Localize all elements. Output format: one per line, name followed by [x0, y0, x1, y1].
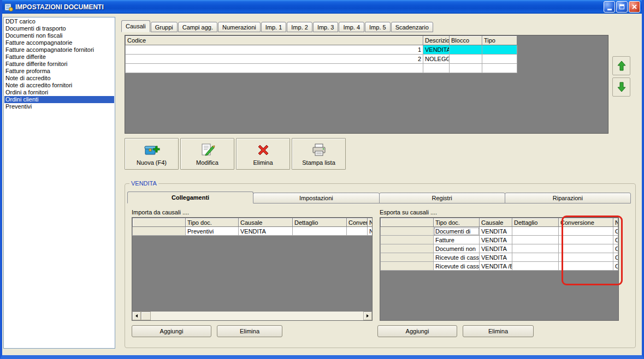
cell-num-serie: Copia n.serie: [613, 244, 618, 253]
app-icon: [4, 3, 13, 11]
column-header: Num.s: [368, 218, 373, 227]
cell-tipo: [482, 45, 517, 55]
inner-tab[interactable]: Collegamenti: [127, 192, 253, 204]
column-header: Tipo: [482, 36, 517, 45]
sidebar-item[interactable]: Documenti di trasporto: [4, 25, 114, 32]
cell-dettaglio: [512, 244, 559, 253]
maximize-icon: [619, 4, 624, 9]
sidebar-item[interactable]: Preventivi: [4, 103, 114, 110]
causali-table: Codice Descrizione causale Blocco Tipo 1…: [125, 35, 517, 73]
tab-bar: Causali Gruppi Campi agg. Numerazioni Im…: [121, 20, 434, 32]
move-down-button[interactable]: [612, 77, 630, 97]
scroll-right-icon: [367, 314, 369, 318]
sidebar-item[interactable]: Fatture differite fornitori: [4, 61, 114, 68]
import-delete-button[interactable]: Elimina: [217, 325, 282, 337]
close-button[interactable]: [629, 1, 640, 13]
sidebar-item[interactable]: Fatture proforma: [4, 68, 114, 75]
cell-dettaglio: [512, 227, 559, 236]
export-section-label: Esporta su causali ....: [380, 209, 437, 216]
delete-button[interactable]: Elimina: [236, 138, 290, 170]
sidebar-item[interactable]: Fatture accompagnatorie: [4, 39, 114, 46]
export-row[interactable]: Ricevute di cassa VENDITA /B Copia n.ser…: [381, 262, 618, 271]
cell-codice: [126, 64, 423, 73]
cell-indicator: [133, 227, 186, 236]
import-add-button[interactable]: Aggiungi: [132, 325, 211, 337]
export-add-button[interactable]: Aggiungi: [377, 325, 457, 337]
scroll-thumb[interactable]: [141, 312, 151, 320]
tab[interactable]: Imp. 5: [365, 22, 391, 32]
tab[interactable]: Imp. 4: [339, 22, 364, 32]
edit-button[interactable]: Modifica: [180, 138, 234, 170]
print-button[interactable]: Stampa lista: [292, 138, 346, 170]
sidebar-item[interactable]: Ordini a fornitori: [4, 89, 114, 96]
column-header: Tipo doc.: [186, 218, 239, 227]
cell-num-serie: Copia n.serie: [613, 253, 618, 262]
scroll-right-button[interactable]: [363, 312, 372, 320]
column-header: Dettaglio: [293, 218, 347, 227]
sidebar-item[interactable]: Fatture differite: [4, 53, 114, 61]
sidebar-item[interactable]: Ordini clienti: [4, 96, 114, 103]
scroll-left-button[interactable]: [132, 312, 141, 320]
cell-conversione: [559, 262, 613, 271]
groupbox-title: VENDITA: [129, 180, 158, 187]
tab[interactable]: Imp. 3: [313, 22, 339, 32]
causali-row[interactable]: 1 VENDITA: [126, 45, 517, 55]
tab[interactable]: Scadenzario: [391, 22, 433, 32]
cell-blocco: [450, 45, 482, 55]
tab[interactable]: Imp. 1: [261, 22, 287, 32]
export-row[interactable]: Ricevute di cassa VENDITA Copia n.serie: [381, 253, 618, 262]
cell-indicator: [381, 253, 434, 262]
tab[interactable]: Imp. 2: [287, 22, 312, 32]
cell-num-serie: Copia n.serie: [613, 236, 618, 244]
inner-tab[interactable]: Impostazioni: [253, 193, 379, 204]
column-header: Conversione: [559, 218, 613, 227]
tab[interactable]: Numerazioni: [218, 22, 261, 32]
column-header: Descrizione causale: [423, 36, 450, 45]
export-delete-button[interactable]: Elimina: [463, 325, 534, 337]
export-row[interactable]: Fatture VENDITA Copia n.serie: [381, 236, 618, 244]
edit-icon: [200, 142, 215, 158]
cell-dettaglio: [293, 227, 347, 236]
inner-tab[interactable]: Riparazioni: [505, 193, 631, 204]
cell-indicator: [381, 244, 434, 253]
cell-causale: VENDITA: [480, 227, 512, 236]
print-button-label: Stampa lista: [302, 159, 335, 166]
cell-conversione: [559, 244, 613, 253]
import-grid-panel: Tipo doc. Causale Dettaglio Conversione …: [132, 217, 373, 321]
vendita-groupbox: VENDITA Collegamenti Impostazioni Regist…: [125, 183, 636, 348]
causali-row[interactable]: [126, 64, 517, 73]
sidebar-item[interactable]: Fatture accompagnatorie fornitori: [4, 46, 114, 53]
tab[interactable]: Campi agg.: [178, 22, 217, 32]
impostazioni-documenti-window: IMPOSTAZIONI DOCUMENTI DDT carico Docume…: [0, 0, 644, 359]
cell-codice: 1: [126, 45, 423, 55]
import-section-label: Importa da causali ....: [132, 209, 189, 216]
cell-causale: VENDITA /B: [480, 262, 512, 271]
cell-tipo-doc: Ricevute di cassa: [434, 253, 480, 262]
cell-conversione: [559, 227, 613, 236]
export-row[interactable]: Documenti di VENDITA Copia n.serie: [381, 227, 618, 236]
cell-causale: VENDITA: [239, 227, 293, 236]
maximize-button[interactable]: [616, 1, 628, 13]
sidebar-item[interactable]: DDT carico: [4, 18, 114, 25]
new-button[interactable]: Nuova (F4): [125, 138, 179, 170]
minimize-button[interactable]: [604, 1, 615, 13]
column-header: Conversione: [347, 218, 368, 227]
import-row[interactable]: Preventivi VENDITA N/C: [133, 227, 373, 236]
move-up-button[interactable]: [612, 56, 630, 75]
titlebar[interactable]: IMPOSTAZIONI DOCUMENTI: [2, 0, 642, 14]
causali-row[interactable]: 2 NOLEGGIO: [126, 55, 517, 64]
export-row[interactable]: Documenti non VENDITA Copia n.serie: [381, 244, 618, 253]
cell-conversione: [347, 227, 368, 236]
document-type-list: DDT carico Documenti di trasporto Docume…: [3, 17, 115, 349]
cell-descrizione: NOLEGGIO: [423, 55, 450, 64]
tab[interactable]: Causali: [121, 20, 150, 32]
horizontal-scrollbar[interactable]: [132, 312, 372, 320]
cell-causale: VENDITA: [480, 236, 512, 244]
sidebar-item[interactable]: Documenti non fiscali: [4, 32, 114, 39]
cell-conversione: [559, 253, 613, 262]
sidebar-item[interactable]: Note di accredito fornitori: [4, 82, 114, 89]
inner-tab[interactable]: Registri: [379, 193, 505, 204]
sidebar-item[interactable]: Note di accredito: [4, 75, 114, 82]
edit-button-label: Modifica: [196, 159, 218, 166]
tab[interactable]: Gruppi: [151, 22, 178, 32]
